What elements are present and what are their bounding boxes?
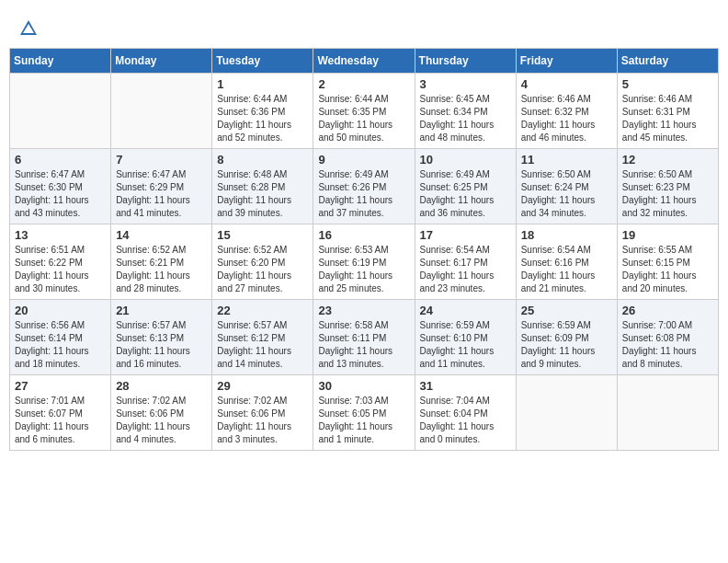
weekday-header-sunday: Sunday: [10, 49, 111, 74]
cell-details: Sunrise: 7:01 AMSunset: 6:07 PMDaylight:…: [15, 395, 106, 446]
day-number: 9: [318, 153, 409, 167]
day-number: 29: [217, 379, 308, 393]
calendar-cell: [617, 375, 718, 451]
calendar-cell: 7Sunrise: 6:47 AMSunset: 6:29 PMDaylight…: [111, 149, 212, 224]
day-number: 31: [420, 379, 511, 393]
calendar-cell: 23Sunrise: 6:58 AMSunset: 6:11 PMDayligh…: [313, 300, 415, 375]
day-number: 25: [521, 304, 612, 317]
day-number: 19: [622, 228, 713, 242]
day-number: 22: [217, 304, 308, 317]
day-number: 1: [217, 77, 308, 91]
cell-details: Sunrise: 6:57 AMSunset: 6:12 PMDaylight:…: [217, 319, 308, 371]
weekday-header-friday: Friday: [516, 49, 617, 74]
cell-details: Sunrise: 6:56 AMSunset: 6:14 PMDaylight:…: [15, 319, 106, 371]
calendar-cell: 16Sunrise: 6:53 AMSunset: 6:19 PMDayligh…: [313, 224, 415, 300]
calendar-cell: 20Sunrise: 6:56 AMSunset: 6:14 PMDayligh…: [10, 300, 111, 375]
cell-details: Sunrise: 7:00 AMSunset: 6:08 PMDaylight:…: [622, 319, 713, 371]
day-number: 18: [521, 228, 612, 242]
day-number: 17: [420, 228, 511, 242]
calendar-cell: 18Sunrise: 6:54 AMSunset: 6:16 PMDayligh…: [516, 224, 617, 300]
calendar-week-row-3: 13Sunrise: 6:51 AMSunset: 6:22 PMDayligh…: [10, 224, 719, 300]
calendar-cell: 3Sunrise: 6:45 AMSunset: 6:34 PMDaylight…: [415, 74, 516, 149]
day-number: 26: [622, 304, 713, 317]
calendar-cell: [111, 74, 212, 149]
logo: [18, 18, 41, 39]
calendar-cell: 30Sunrise: 7:03 AMSunset: 6:05 PMDayligh…: [313, 375, 415, 451]
calendar-cell: 28Sunrise: 7:02 AMSunset: 6:06 PMDayligh…: [111, 375, 212, 451]
calendar-cell: 13Sunrise: 6:51 AMSunset: 6:22 PMDayligh…: [10, 224, 111, 300]
page-header: [9, 9, 719, 43]
calendar-cell: 15Sunrise: 6:52 AMSunset: 6:20 PMDayligh…: [212, 224, 313, 300]
day-number: 15: [217, 228, 308, 242]
weekday-header-saturday: Saturday: [617, 49, 718, 74]
cell-details: Sunrise: 7:03 AMSunset: 6:05 PMDaylight:…: [318, 395, 409, 446]
calendar-week-row-5: 27Sunrise: 7:01 AMSunset: 6:07 PMDayligh…: [10, 375, 719, 451]
cell-details: Sunrise: 6:46 AMSunset: 6:31 PMDaylight:…: [622, 93, 713, 144]
calendar-week-row-1: 1Sunrise: 6:44 AMSunset: 6:36 PMDaylight…: [10, 74, 719, 149]
cell-details: Sunrise: 6:47 AMSunset: 6:30 PMDaylight:…: [15, 168, 106, 220]
calendar-cell: 14Sunrise: 6:52 AMSunset: 6:21 PMDayligh…: [111, 224, 212, 300]
cell-details: Sunrise: 6:57 AMSunset: 6:13 PMDaylight:…: [116, 319, 207, 371]
cell-details: Sunrise: 6:59 AMSunset: 6:10 PMDaylight:…: [420, 319, 511, 371]
calendar-cell: 10Sunrise: 6:49 AMSunset: 6:25 PMDayligh…: [415, 149, 516, 224]
cell-details: Sunrise: 6:52 AMSunset: 6:20 PMDaylight:…: [217, 244, 308, 295]
calendar-table: SundayMondayTuesdayWednesdayThursdayFrid…: [9, 48, 719, 451]
cell-details: Sunrise: 6:54 AMSunset: 6:16 PMDaylight:…: [521, 244, 612, 295]
cell-details: Sunrise: 6:49 AMSunset: 6:26 PMDaylight:…: [318, 168, 409, 220]
day-number: 4: [521, 77, 612, 91]
calendar-cell: 21Sunrise: 6:57 AMSunset: 6:13 PMDayligh…: [111, 300, 212, 375]
calendar-cell: 12Sunrise: 6:50 AMSunset: 6:23 PMDayligh…: [617, 149, 718, 224]
weekday-header-monday: Monday: [111, 49, 212, 74]
day-number: 20: [15, 304, 106, 317]
cell-details: Sunrise: 6:52 AMSunset: 6:21 PMDaylight:…: [116, 244, 207, 295]
cell-details: Sunrise: 6:59 AMSunset: 6:09 PMDaylight:…: [521, 319, 612, 371]
cell-details: Sunrise: 6:48 AMSunset: 6:28 PMDaylight:…: [217, 168, 308, 220]
calendar-cell: 2Sunrise: 6:44 AMSunset: 6:35 PMDaylight…: [313, 74, 415, 149]
calendar-cell: 29Sunrise: 7:02 AMSunset: 6:06 PMDayligh…: [212, 375, 313, 451]
day-number: 13: [15, 228, 106, 242]
day-number: 21: [116, 304, 207, 317]
weekday-header-row: SundayMondayTuesdayWednesdayThursdayFrid…: [10, 49, 719, 74]
calendar-cell: 22Sunrise: 6:57 AMSunset: 6:12 PMDayligh…: [212, 300, 313, 375]
calendar-cell: 6Sunrise: 6:47 AMSunset: 6:30 PMDaylight…: [10, 149, 111, 224]
calendar-week-row-2: 6Sunrise: 6:47 AMSunset: 6:30 PMDaylight…: [10, 149, 719, 224]
cell-details: Sunrise: 6:54 AMSunset: 6:17 PMDaylight:…: [420, 244, 511, 295]
day-number: 27: [15, 379, 106, 393]
cell-details: Sunrise: 6:46 AMSunset: 6:32 PMDaylight:…: [521, 93, 612, 144]
cell-details: Sunrise: 7:04 AMSunset: 6:04 PMDaylight:…: [420, 395, 511, 446]
cell-details: Sunrise: 6:51 AMSunset: 6:22 PMDaylight:…: [15, 244, 106, 295]
logo-icon: [18, 18, 39, 39]
calendar-cell: 24Sunrise: 6:59 AMSunset: 6:10 PMDayligh…: [415, 300, 516, 375]
day-number: 5: [622, 77, 713, 91]
calendar-cell: 31Sunrise: 7:04 AMSunset: 6:04 PMDayligh…: [415, 375, 516, 451]
cell-details: Sunrise: 6:47 AMSunset: 6:29 PMDaylight:…: [116, 168, 207, 220]
calendar-cell: 9Sunrise: 6:49 AMSunset: 6:26 PMDaylight…: [313, 149, 415, 224]
calendar-cell: [516, 375, 617, 451]
cell-details: Sunrise: 7:02 AMSunset: 6:06 PMDaylight:…: [116, 395, 207, 446]
calendar-cell: 5Sunrise: 6:46 AMSunset: 6:31 PMDaylight…: [617, 74, 718, 149]
cell-details: Sunrise: 7:02 AMSunset: 6:06 PMDaylight:…: [217, 395, 308, 446]
cell-details: Sunrise: 6:55 AMSunset: 6:15 PMDaylight:…: [622, 244, 713, 295]
calendar-week-row-4: 20Sunrise: 6:56 AMSunset: 6:14 PMDayligh…: [10, 300, 719, 375]
cell-details: Sunrise: 6:53 AMSunset: 6:19 PMDaylight:…: [318, 244, 409, 295]
weekday-header-wednesday: Wednesday: [313, 49, 415, 74]
day-number: 16: [318, 228, 409, 242]
day-number: 7: [116, 153, 207, 167]
day-number: 28: [116, 379, 207, 393]
weekday-header-tuesday: Tuesday: [212, 49, 313, 74]
day-number: 30: [318, 379, 409, 393]
day-number: 3: [420, 77, 511, 91]
calendar-cell: [10, 74, 111, 149]
cell-details: Sunrise: 6:50 AMSunset: 6:24 PMDaylight:…: [521, 168, 612, 220]
day-number: 23: [318, 304, 409, 317]
day-number: 2: [318, 77, 409, 91]
calendar-cell: 17Sunrise: 6:54 AMSunset: 6:17 PMDayligh…: [415, 224, 516, 300]
day-number: 6: [15, 153, 106, 167]
cell-details: Sunrise: 6:58 AMSunset: 6:11 PMDaylight:…: [318, 319, 409, 371]
day-number: 14: [116, 228, 207, 242]
day-number: 10: [420, 153, 511, 167]
calendar-cell: 25Sunrise: 6:59 AMSunset: 6:09 PMDayligh…: [516, 300, 617, 375]
cell-details: Sunrise: 6:49 AMSunset: 6:25 PMDaylight:…: [420, 168, 511, 220]
day-number: 12: [622, 153, 713, 167]
calendar-cell: 11Sunrise: 6:50 AMSunset: 6:24 PMDayligh…: [516, 149, 617, 224]
